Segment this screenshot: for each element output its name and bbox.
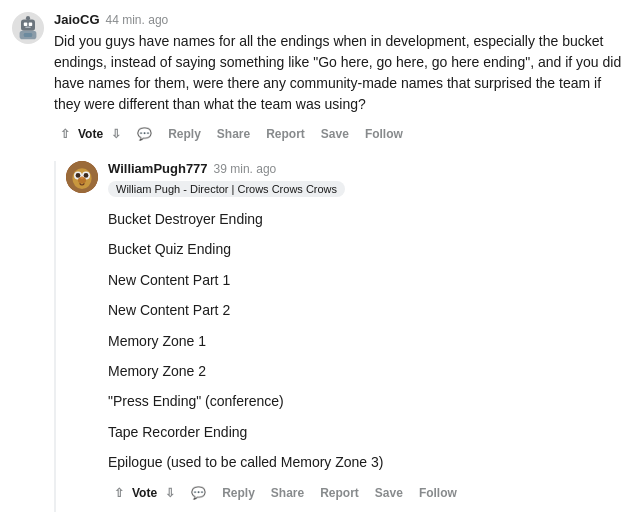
comment-2-body: WilliamPugh777 39 min. ago William Pugh … xyxy=(108,161,628,512)
save-button-2[interactable]: Save xyxy=(369,482,409,504)
comment-2: WilliamPugh777 39 min. ago William Pugh … xyxy=(54,161,628,512)
vote-label-2: Vote xyxy=(132,486,157,500)
list-item: Epilogue (used to be called Memory Zone … xyxy=(108,447,628,477)
svg-point-13 xyxy=(84,173,89,178)
vote-label-1: Vote xyxy=(78,127,103,141)
comment-button-2[interactable]: 💬 xyxy=(185,482,212,504)
svg-point-15 xyxy=(80,177,83,179)
list-item: Memory Zone 2 xyxy=(108,356,628,386)
follow-button-1[interactable]: Follow xyxy=(359,123,409,145)
report-button-1[interactable]: Report xyxy=(260,123,311,145)
flair-badge: William Pugh - Director | Crows Crows Cr… xyxy=(108,181,345,197)
comment-icon-1: 💬 xyxy=(137,127,152,141)
comment-2-header: WilliamPugh777 39 min. ago xyxy=(108,161,628,176)
list-item: Tape Recorder Ending xyxy=(108,417,628,447)
list-item: New Content Part 2 xyxy=(108,295,628,325)
reply-button-2[interactable]: Reply xyxy=(216,482,261,504)
downvote-button-1[interactable]: ⇩ xyxy=(105,123,127,145)
flair-container: William Pugh - Director | Crows Crows Cr… xyxy=(108,180,628,196)
share-button-1[interactable]: Share xyxy=(211,123,256,145)
downvote-icon-1: ⇩ xyxy=(111,127,121,141)
share-button-2[interactable]: Share xyxy=(265,482,310,504)
upvote-button-1[interactable]: ⇧ xyxy=(54,123,76,145)
svg-point-7 xyxy=(26,16,30,20)
svg-rect-1 xyxy=(21,20,35,31)
list-item: New Content Part 1 xyxy=(108,265,628,295)
upvote-icon-1: ⇧ xyxy=(60,127,70,141)
list-item: "Press Ending" (conference) xyxy=(108,386,628,416)
vote-section-1: ⇧ Vote ⇩ xyxy=(54,123,127,145)
upvote-icon-2: ⇧ xyxy=(114,486,124,500)
comment-1-timestamp: 44 min. ago xyxy=(106,13,169,27)
upvote-button-2[interactable]: ⇧ xyxy=(108,482,130,504)
downvote-icon-2: ⇩ xyxy=(165,486,175,500)
avatar-2 xyxy=(66,161,98,193)
svg-rect-6 xyxy=(24,33,32,37)
report-button-2[interactable]: Report xyxy=(314,482,365,504)
comment-button-1[interactable]: 💬 xyxy=(131,123,158,145)
comment-2-username: WilliamPugh777 xyxy=(108,161,208,176)
comment-2-timestamp: 39 min. ago xyxy=(214,162,277,176)
svg-rect-3 xyxy=(29,22,33,26)
svg-rect-2 xyxy=(24,22,28,26)
reply-button-1[interactable]: Reply xyxy=(162,123,207,145)
list-item: Bucket Quiz Ending xyxy=(108,234,628,264)
comment-1-actions: ⇧ Vote ⇩ 💬 Reply Share Report Save Follo… xyxy=(54,123,628,145)
svg-rect-4 xyxy=(25,27,31,28)
downvote-button-2[interactable]: ⇩ xyxy=(159,482,181,504)
comments-section: JaioCG 44 min. ago Did you guys have nam… xyxy=(0,0,640,512)
comment-1-username: JaioCG xyxy=(54,12,100,27)
avatar-1 xyxy=(12,12,44,44)
list-item: Memory Zone 1 xyxy=(108,326,628,356)
comment-1-text: Did you guys have names for all the endi… xyxy=(54,31,628,115)
comment-icon-2: 💬 xyxy=(191,486,206,500)
vote-section-2: ⇧ Vote ⇩ xyxy=(108,482,181,504)
comment-2-actions: ⇧ Vote ⇩ 💬 Reply Share Report Save Follo… xyxy=(108,482,628,504)
endings-list: Bucket Destroyer EndingBucket Quiz Endin… xyxy=(108,204,628,478)
svg-point-12 xyxy=(76,173,81,178)
list-item: Bucket Destroyer Ending xyxy=(108,204,628,234)
comment-1: JaioCG 44 min. ago Did you guys have nam… xyxy=(12,12,628,153)
follow-button-2[interactable]: Follow xyxy=(413,482,463,504)
save-button-1[interactable]: Save xyxy=(315,123,355,145)
comment-1-header: JaioCG 44 min. ago xyxy=(54,12,628,27)
comment-1-body: JaioCG 44 min. ago Did you guys have nam… xyxy=(54,12,628,153)
